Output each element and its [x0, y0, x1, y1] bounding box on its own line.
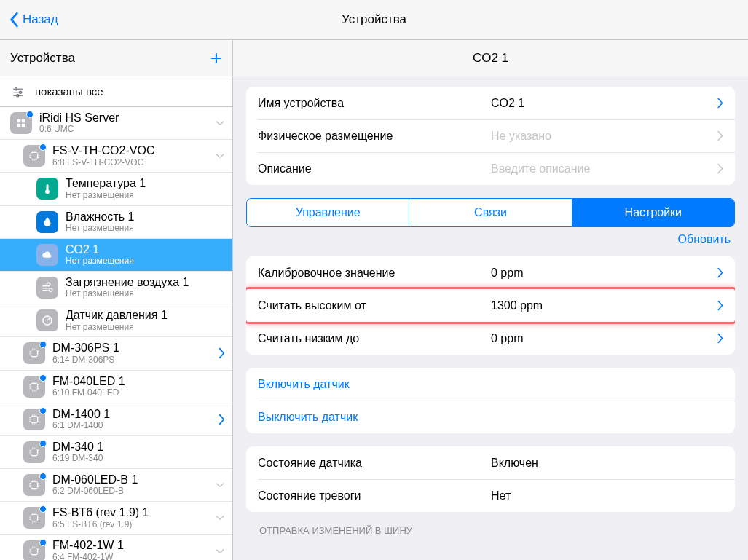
tab-links[interactable]: Связи — [409, 199, 571, 226]
status-dot — [39, 440, 47, 447]
tree-item-module[interactable]: FS-V-TH-CO2-VOC6:8 FS-V-TH-CO2-VOC — [0, 140, 232, 173]
filter-row[interactable]: показаны все — [0, 76, 232, 107]
bus-group-label: ОТПРАВКА ИЗМЕНЕНИЙ В ШИНУ — [246, 525, 735, 540]
value: 0 ppm — [491, 332, 711, 345]
item-sub: Нет размещения — [66, 256, 225, 267]
chevron-down-icon[interactable] — [215, 548, 225, 555]
status-section: Состояние датчика Включен Состояние трев… — [246, 446, 735, 512]
row-high-threshold[interactable]: Считать высоким от 1300 ppm — [246, 289, 735, 322]
tree-item-server[interactable]: iRidi HS Server0:6 UMC — [0, 107, 232, 140]
chevron-down-icon[interactable] — [215, 152, 225, 159]
tree-item-fm040led[interactable]: FM-040LED 16:10 FM-040LED — [0, 371, 232, 403]
item-sub: Нет размещения — [66, 224, 225, 234]
segmented-tabs: Управление Связи Настройки — [246, 198, 735, 227]
label: Включить датчик — [258, 378, 723, 391]
item-title: Загрязнение воздуха 1 — [66, 276, 225, 289]
back-button[interactable]: Назад — [0, 12, 67, 28]
chevron-right-icon[interactable] — [218, 414, 225, 425]
row-sensor-state: Состояние датчика Включен — [246, 446, 735, 479]
tab-control[interactable]: Управление — [247, 199, 409, 226]
item-sub: Нет размещения — [66, 289, 225, 299]
chevron-right-icon[interactable] — [218, 347, 225, 359]
item-sub: 0:6 UMC — [39, 125, 210, 135]
tree-item-co2[interactable]: CO2 1Нет размещения — [0, 239, 232, 272]
tab-settings[interactable]: Настройки — [572, 199, 734, 226]
actions-section: Включить датчик Выключить датчик — [246, 368, 735, 433]
sidebar-title: Устройства — [10, 51, 75, 66]
chevron-down-icon[interactable] — [215, 514, 225, 521]
item-title: DM-060LED-B 1 — [52, 473, 210, 486]
chip-icon — [23, 342, 45, 364]
item-sub: 6:8 FS-V-TH-CO2-VOC — [52, 158, 210, 168]
label: Физическое размещение — [258, 130, 491, 143]
item-sub: Нет размещения — [66, 191, 225, 201]
value: Нет — [491, 489, 723, 502]
row-location[interactable]: Физическое размещение Не указано — [246, 119, 735, 152]
tree-item-fm402[interactable]: FM-402-1W 16:4 FM-402-1W — [0, 535, 232, 560]
chevron-right-icon — [717, 163, 723, 174]
row-description[interactable]: Описание Введите описание — [246, 152, 735, 185]
detail-title: CO2 1 — [233, 40, 748, 76]
label: Считать высоким от — [258, 299, 491, 312]
chip-icon — [23, 441, 45, 463]
item-title: DM-306PS 1 — [52, 342, 213, 355]
tree-item-dm306ps[interactable]: DM-306PS 16:14 DM-306PS — [0, 337, 232, 370]
chevron-down-icon[interactable] — [215, 481, 225, 489]
tree-item-dm1400[interactable]: DM-1400 16:1 DM-1400 — [0, 403, 232, 436]
chevron-right-icon — [717, 333, 723, 344]
value: 0 ppm — [491, 267, 711, 280]
status-dot — [39, 505, 47, 513]
tree-item-humidity[interactable]: Влажность 1Нет размещения — [0, 206, 232, 239]
label: Описание — [258, 162, 491, 176]
row-low-threshold[interactable]: Считать низким до 0 ppm — [246, 322, 735, 355]
value: 1300 ppm — [491, 299, 711, 312]
item-title: Температура 1 — [66, 177, 225, 190]
settings-section: Калибровочное значение 0 ppm Считать выс… — [246, 256, 735, 355]
item-sub: 6:2 DM-060LED-B — [52, 486, 210, 497]
tree-item-air-pollution[interactable]: Загрязнение воздуха 1Нет размещения — [0, 272, 232, 304]
chevron-left-icon — [9, 12, 19, 28]
chevron-right-icon — [717, 267, 723, 278]
chip-icon — [23, 474, 45, 496]
page-title: Устройства — [342, 12, 406, 27]
item-title: FS-BT6 (rev 1.9) 1 — [52, 506, 210, 519]
item-sub: 6:10 FM-040LED — [52, 388, 225, 398]
refresh-button[interactable]: Обновить — [246, 233, 735, 246]
topbar: Назад Устройства — [0, 0, 748, 40]
back-label: Назад — [23, 12, 58, 27]
item-sub: 6:14 DM-306PS — [52, 355, 213, 366]
status-dot — [39, 473, 47, 480]
tree-item-temperature[interactable]: Температура 1Нет размещения — [0, 173, 232, 205]
status-dot — [39, 407, 47, 414]
tree-item-dm340[interactable]: DM-340 16:19 DM-340 — [0, 436, 232, 469]
item-title: FS-V-TH-CO2-VOC — [52, 144, 210, 157]
chip-icon — [23, 145, 45, 167]
row-calibration[interactable]: Калибровочное значение 0 ppm — [246, 256, 735, 289]
highlight: Считать высоким от 1300 ppm — [246, 289, 735, 322]
enable-sensor-button[interactable]: Включить датчик — [246, 368, 735, 401]
label: Имя устройства — [258, 97, 491, 110]
item-title: DM-1400 1 — [52, 408, 213, 421]
tree-item-dm060led[interactable]: DM-060LED-B 16:2 DM-060LED-B — [0, 469, 232, 502]
status-dot — [39, 374, 47, 382]
status-dot — [39, 341, 47, 348]
gauge-icon — [36, 309, 58, 331]
disable-sensor-button[interactable]: Выключить датчик — [246, 401, 735, 433]
cloud-icon — [36, 244, 58, 266]
value: Включен — [491, 457, 723, 470]
add-device-button[interactable]: + — [210, 48, 222, 68]
sidebar: Устройства + показаны все iRidi HS Serve… — [0, 40, 233, 560]
server-icon — [10, 112, 32, 134]
status-dot — [39, 143, 47, 151]
item-sub: 6:4 FM-402-1W — [52, 553, 210, 560]
sliders-icon — [10, 86, 26, 98]
row-alarm-state: Состояние тревоги Нет — [246, 479, 735, 512]
tree-item-pressure[interactable]: Датчик давления 1Нет размещения — [0, 304, 232, 337]
row-device-name[interactable]: Имя устройства CO2 1 — [246, 87, 735, 119]
item-sub: 6:1 DM-1400 — [52, 421, 213, 431]
chevron-down-icon[interactable] — [215, 119, 225, 127]
label: Состояние датчика — [258, 457, 491, 470]
tree-item-fsbt6[interactable]: FS-BT6 (rev 1.9) 16:5 FS-BT6 (rev 1.9) — [0, 502, 232, 535]
chip-icon — [23, 409, 45, 430]
value: CO2 1 — [491, 97, 711, 110]
